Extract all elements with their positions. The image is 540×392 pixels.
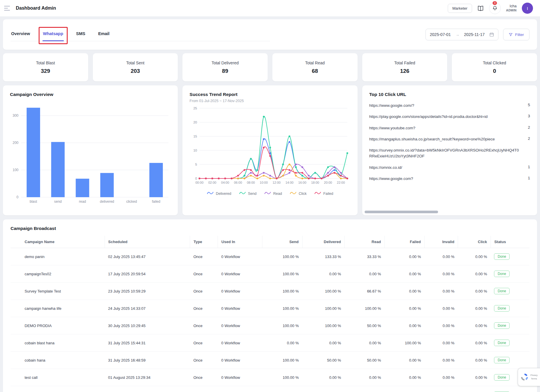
click-url-row[interactable]: https://survey.omnix.co.id/?data=bW5kNkI… — [369, 145, 530, 162]
filter-button[interactable]: Filter — [503, 29, 529, 40]
panel-title-campaign-overview: Campaign Overview — [10, 92, 171, 97]
cell-used-in: 0 Workflow — [218, 248, 262, 265]
cell-failed: 0.00 % — [385, 283, 424, 300]
horizontal-scrollbar-thumb[interactable] — [365, 211, 438, 213]
cell-campaign-name: demo panin — [11, 248, 105, 265]
page-title: Dashboard Admin — [16, 6, 56, 11]
click-url-link[interactable]: https://www.google.com? — [369, 176, 413, 182]
cell-campaign-name: Survey Template Test — [11, 283, 105, 300]
cell-used-in: 0 Workflow — [218, 265, 262, 283]
cell-read: 0.00 % — [345, 265, 385, 283]
stat-label: Total Blast — [36, 61, 55, 65]
click-url-link[interactable]: https://play.google.com/store/apps/detai… — [369, 114, 488, 120]
tab-email[interactable]: Email — [98, 28, 110, 41]
tab-whatsapp[interactable]: Whatsapp — [42, 28, 64, 41]
click-url-link[interactable]: https://survey.omnix.co.id/?data=bW5kNkI… — [369, 147, 521, 159]
calendar-icon — [489, 32, 494, 37]
filter-label: Filter — [515, 32, 524, 37]
svg-text:blast: blast — [30, 200, 37, 204]
svg-text:10:00: 10:00 — [260, 181, 268, 184]
cell-read: 50.00 % — [345, 352, 385, 369]
cell-click: 0.00 % — [458, 334, 491, 352]
main-content: OverviewWhatsappSMSEmail 2025-07-01 → 20… — [0, 16, 540, 392]
charts-row: Campaign Overview 0100200300blastsendrea… — [3, 85, 537, 215]
cell-campaign-name: cobain hana — [11, 352, 105, 369]
stat-card-total-read: Total Read68 — [272, 53, 358, 81]
cell-failed: 0.00 % — [385, 352, 424, 369]
stat-card-total-failed: Total Failed126 — [362, 53, 447, 81]
cell-send: 100.00 % — [262, 386, 302, 392]
role-button[interactable]: Marketer — [448, 4, 472, 13]
cell-type: Once — [190, 334, 218, 352]
docs-icon[interactable] — [477, 6, 484, 11]
column-header-failed: Failed — [385, 236, 424, 248]
cell-type: Once — [190, 317, 218, 334]
click-url-count: 1 — [526, 176, 530, 182]
date-start[interactable]: 2025-07-01 — [430, 32, 451, 37]
cell-read: 66.67 % — [345, 283, 385, 300]
tab-overview[interactable]: Overview — [11, 28, 31, 41]
cell-invalid: 0.00 % — [425, 300, 458, 317]
cell-delivered: 0.00 % — [302, 369, 344, 386]
column-header-invalid: Invalid — [425, 236, 458, 248]
click-url-link[interactable]: https://omnix.co.id/ — [369, 165, 402, 171]
user-block: Icha ADMIN — [506, 4, 517, 13]
cell-failed: 0.00 % — [385, 317, 424, 334]
svg-text:08:00: 08:00 — [247, 181, 255, 184]
avatar[interactable]: I — [522, 3, 533, 14]
cell-status: Done — [491, 334, 529, 352]
column-header-campaign-name: Campaign Name — [11, 236, 105, 248]
status-badge: Done — [494, 322, 510, 329]
date-arrow-icon: → — [455, 32, 459, 37]
cell-invalid: 0.00 % — [425, 265, 458, 283]
svg-text:25: 25 — [194, 106, 197, 110]
table-row: cobain blast hana31 July 2025 15:44:31On… — [11, 334, 529, 352]
cell-send: 100.00 % — [262, 283, 302, 300]
cell-scheduled: 24 July 2025 14:33:07 — [105, 300, 190, 317]
click-url-row[interactable]: https://omnix.co.id/1 — [369, 162, 530, 173]
stat-card-total-blast: Total Blast329 — [3, 53, 88, 81]
column-header-type: Type — [190, 236, 218, 248]
click-url-row[interactable]: https://www.youtube.com?2 — [369, 123, 530, 134]
notifications-icon[interactable]: 3 — [489, 2, 501, 14]
recaptcha-badge[interactable]: Privacy Terms — [518, 368, 540, 386]
tab-sms[interactable]: SMS — [76, 28, 86, 41]
success-trend-panel: Success Trend Report From 01-Jul-2025 ~ … — [182, 85, 357, 215]
cell-send: 0.00 % — [262, 334, 302, 352]
date-range-picker[interactable]: 2025-07-01 → 2025-11-17 — [425, 29, 498, 40]
cell-invalid: 0.00 % — [425, 352, 458, 369]
cell-read: 50.00 % — [345, 317, 385, 334]
legend-line-icon — [314, 191, 321, 196]
legend-label: Delivered — [216, 192, 231, 196]
user-name: Icha — [506, 4, 517, 8]
cell-failed: 0.00 % — [385, 300, 424, 317]
status-badge: Done — [494, 340, 510, 346]
table-row: DEMO PRODIA30 July 2025 10:29:45Once0 Wo… — [11, 317, 529, 334]
tabs-card: OverviewWhatsappSMSEmail 2025-07-01 → 20… — [3, 19, 537, 50]
click-url-row[interactable]: https://www.google.com/?5 — [369, 100, 530, 111]
cell-read: 0.00 % — [345, 386, 385, 392]
cell-delivered: 100.00 % — [302, 317, 344, 334]
panel-title-click-url: Top 10 Click URL — [369, 92, 530, 97]
status-badge: Done — [494, 288, 510, 294]
cell-scheduled: 31 July 2025 16:48:59 — [105, 352, 190, 369]
menu-icon[interactable] — [4, 6, 10, 11]
click-url-row[interactable]: https://www.google.com?1 — [369, 173, 530, 184]
cell-failed: 0.00 % — [385, 386, 424, 392]
cell-send: 100.00 % — [262, 369, 302, 386]
status-badge: Done — [494, 374, 510, 381]
click-url-row[interactable]: https://mangaplus.shueisha.co.jp/search_… — [369, 134, 530, 145]
date-end[interactable]: 2025-11-17 — [464, 32, 485, 37]
click-url-link[interactable]: https://mangaplus.shueisha.co.jp/search_… — [369, 136, 495, 142]
click-url-panel: Top 10 Click URL https://www.google.com/… — [362, 85, 537, 215]
svg-text:failed: failed — [152, 200, 160, 204]
click-url-link[interactable]: https://www.google.com/? — [369, 103, 414, 109]
table-body: demo panin02 July 2025 13:45:47Once0 Wor… — [11, 248, 529, 392]
click-url-row[interactable]: https://play.google.com/store/apps/detai… — [369, 111, 530, 122]
click-url-link[interactable]: https://www.youtube.com? — [369, 125, 416, 131]
cell-scheduled: 02 July 2025 13:45:47 — [105, 248, 190, 265]
tab-label: Email — [98, 31, 110, 36]
cell-failed: 100.00 % — [385, 334, 424, 352]
cell-invalid: 0.00 % — [425, 369, 458, 386]
cell-type: Once — [190, 300, 218, 317]
